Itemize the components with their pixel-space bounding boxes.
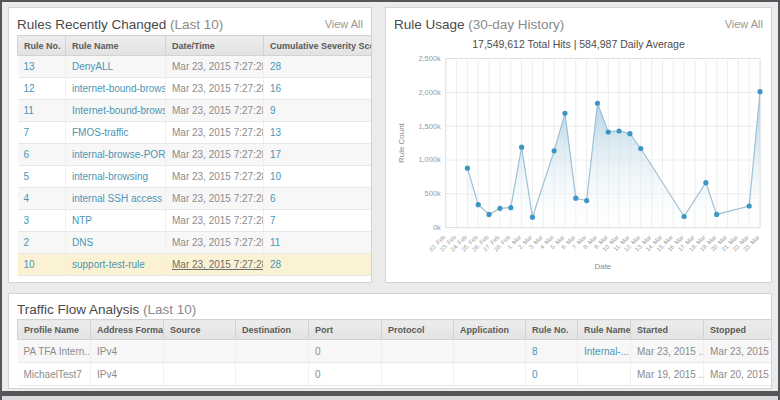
svg-text:2,500k: 2,500k (418, 54, 441, 63)
data-point[interactable] (487, 212, 492, 217)
rule-no-link[interactable]: 13 (18, 56, 66, 78)
table-row[interactable]: PA TFA Intern...IPv408Internal-...Mar 23… (18, 340, 773, 363)
table-row[interactable]: 12internet-bound-brows...Mar 23, 2015 7:… (18, 78, 373, 100)
data-point[interactable] (519, 145, 524, 150)
data-point[interactable] (682, 214, 687, 219)
severity-score: 28 (264, 56, 373, 78)
data-point[interactable] (508, 205, 513, 210)
data-point[interactable] (757, 89, 762, 94)
rule-name-link[interactable]: DNS (66, 232, 166, 254)
column-header: Source (164, 320, 236, 340)
column-header: Rule No. (18, 36, 66, 56)
dashboard-window: Rules Recently Changed (Last 10) View Al… (0, 0, 780, 400)
table-row[interactable]: 6internal-browse-PORTMar 23, 2015 7:27:2… (18, 144, 373, 166)
data-point[interactable] (497, 206, 502, 211)
table-row[interactable]: 3NTPMar 23, 2015 7:27:28 ...7 (18, 210, 373, 232)
usage-view-all-link[interactable]: View All (725, 18, 763, 30)
flow-panel-header: Traffic Flow Analysis (Last 10) (17, 299, 763, 319)
rule-no-link[interactable]: 5 (18, 166, 66, 188)
rule-no-link[interactable]: 10 (18, 254, 66, 276)
usage-panel-title-suffix: (30-day History) (465, 17, 565, 32)
rule-date: Mar 23, 2015 7:27:28 ... (166, 78, 264, 100)
data-point[interactable] (714, 212, 719, 217)
column-header: Started (631, 320, 704, 340)
rule-no-link[interactable]: 8 (526, 340, 578, 363)
rules-panel-title-suffix: (Last 10) (166, 17, 223, 32)
rule-name-link[interactable] (578, 363, 631, 386)
data-point[interactable] (530, 215, 535, 220)
rule-name-link[interactable]: Internal-... (578, 340, 631, 363)
rule-name-link[interactable]: internal SSH access (66, 188, 166, 210)
rule-usage-panel: Rule Usage (30-day History) View All 17,… (385, 7, 772, 283)
rule-no-link[interactable]: 4 (18, 188, 66, 210)
table-row[interactable]: MichaelTest7IPv400Mar 19, 2015 ...Mar 20… (18, 363, 773, 386)
rule-name-link[interactable]: NTP (66, 210, 166, 232)
data-point[interactable] (606, 129, 611, 134)
stopped: Mar 20, 2015 ... (704, 363, 773, 386)
data-point[interactable] (617, 128, 622, 133)
table-row[interactable]: 7FMOS-trafficMar 23, 2015 7:27:28 ...13 (18, 122, 373, 144)
source (164, 363, 236, 386)
column-header: Stopped (704, 320, 773, 340)
table-row[interactable]: 4internal SSH accessMar 23, 2015 7:27:28… (18, 188, 373, 210)
data-point[interactable] (595, 101, 600, 106)
rule-no-link[interactable]: 12 (18, 78, 66, 100)
data-point[interactable] (552, 148, 557, 153)
protocol (382, 340, 454, 363)
rule-no-link[interactable]: 11 (18, 100, 66, 122)
rule-no-link[interactable]: 6 (18, 144, 66, 166)
data-point[interactable] (562, 111, 567, 116)
source (164, 340, 236, 363)
table-row[interactable]: 5internal-browsingMar 23, 2015 7:27:28 .… (18, 166, 373, 188)
severity-score: 17 (264, 144, 373, 166)
rule-name-link[interactable]: internet-bound-brows... (66, 78, 166, 100)
protocol (382, 363, 454, 386)
rule-name-link[interactable]: FMOS-traffic (66, 122, 166, 144)
data-point[interactable] (627, 131, 632, 136)
port: 0 (309, 340, 382, 363)
rule-date: Mar 23, 2015 7:27:28 ... (166, 166, 264, 188)
severity-score: 13 (264, 122, 373, 144)
svg-text:2,000k: 2,000k (418, 88, 441, 97)
rule-no-link[interactable]: 0 (526, 363, 578, 386)
data-point[interactable] (584, 198, 589, 203)
data-point[interactable] (747, 203, 752, 208)
traffic-flow-panel: Traffic Flow Analysis (Last 10) Profile … (8, 293, 772, 389)
rule-usage-chart: 0k500k1,000k1,500k2,000k2,500k22. Feb23.… (394, 50, 766, 276)
severity-score: 11 (264, 232, 373, 254)
table-row[interactable]: 13DenyALLMar 23, 2015 7:27:28 ...28 (18, 56, 373, 78)
rule-name-link[interactable]: Internet-bound-brows... (66, 100, 166, 122)
column-header: Address Format (91, 320, 164, 340)
rule-no-link[interactable]: 3 (18, 210, 66, 232)
rule-name-link[interactable]: internal-browse-PORT (66, 144, 166, 166)
data-point[interactable] (476, 202, 481, 207)
rule-no-link[interactable]: 7 (18, 122, 66, 144)
destination (236, 340, 309, 363)
severity-score: 9 (264, 100, 373, 122)
traffic-flow-table: Profile NameAddress FormatSourceDestinat… (17, 319, 772, 386)
rule-no-link[interactable]: 2 (18, 232, 66, 254)
severity-score: 7 (264, 210, 373, 232)
rules-view-all-link[interactable]: View All (325, 18, 363, 30)
x-axis-title: Date (594, 262, 611, 271)
address-format: IPv4 (91, 340, 164, 363)
table-row[interactable]: 2DNSMar 23, 2015 7:27:28 ...11 (18, 232, 373, 254)
column-header: Protocol (382, 320, 454, 340)
application (454, 363, 526, 386)
table-row[interactable]: 11Internet-bound-brows...Mar 23, 2015 7:… (18, 100, 373, 122)
severity-score: 16 (264, 78, 373, 100)
rule-date: Mar 23, 2015 7:27:28 ... (166, 188, 264, 210)
data-point[interactable] (638, 146, 643, 151)
rule-name-link[interactable]: internal-browsing (66, 166, 166, 188)
rule-name-link[interactable]: support-test-rule (66, 254, 166, 276)
data-point[interactable] (465, 166, 470, 171)
port: 0 (309, 363, 382, 386)
data-point[interactable] (703, 180, 708, 185)
usage-stats-line: 17,549,612 Total Hits | 584,987 Daily Av… (394, 38, 763, 50)
rule-name-link[interactable]: DenyALL (66, 56, 166, 78)
column-header: Destination (236, 320, 309, 340)
table-row[interactable]: 10support-test-ruleMar 23, 2015 7:27:28 … (18, 254, 373, 276)
rules-table-header-row: Rule No.Rule NameDate/TimeCumulative Sev… (18, 36, 373, 56)
data-point[interactable] (573, 196, 578, 201)
y-axis-title: Rule Count (397, 122, 406, 163)
